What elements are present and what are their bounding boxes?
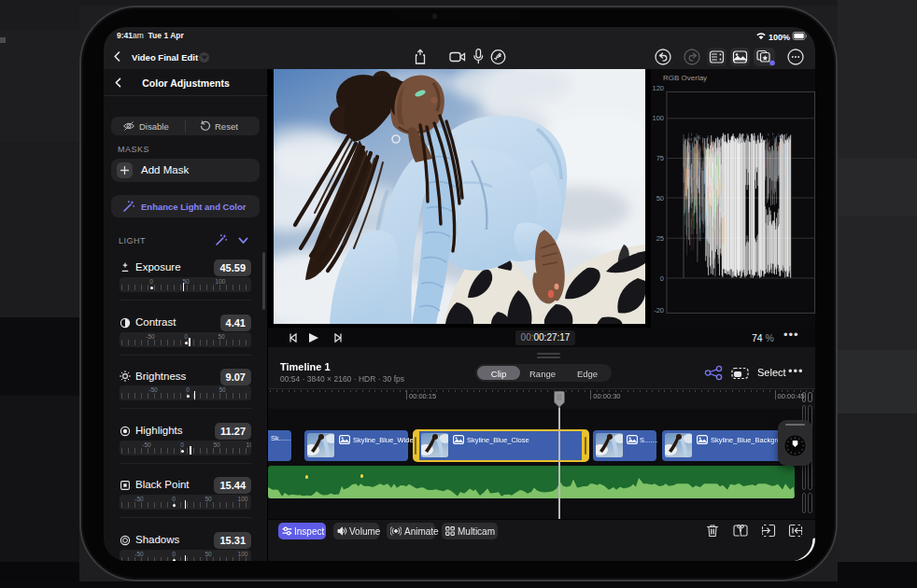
svg-text:25: 25 <box>656 234 664 243</box>
svg-text:0: 0 <box>660 274 664 283</box>
svg-text:75: 75 <box>656 154 664 162</box>
svg-text:120: 120 <box>652 84 664 92</box>
svg-text:100: 100 <box>652 114 664 122</box>
svg-text:50: 50 <box>656 194 664 203</box>
svg-text:-20: -20 <box>654 306 664 315</box>
svg-text:100%: 100% <box>769 33 790 42</box>
